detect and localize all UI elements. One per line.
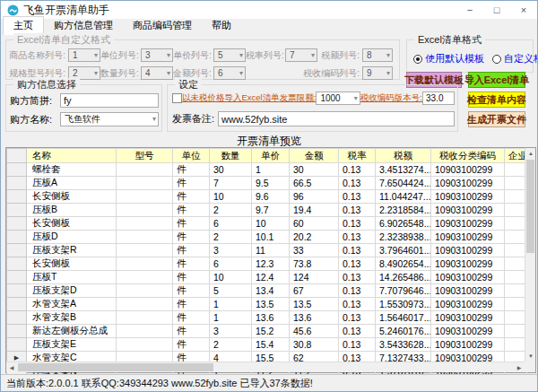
tab-help[interactable]: 帮助 xyxy=(202,17,241,35)
cell-name: 压板A xyxy=(27,177,117,190)
window-controls: − □ × xyxy=(456,1,537,19)
chevron-down-icon: ▾ xyxy=(239,52,243,59)
vertical-scrollbar[interactable]: ▲ ▼ xyxy=(525,148,535,362)
cell-amount: 66.5 xyxy=(290,177,339,190)
cell-price: 12.3 xyxy=(252,257,290,271)
row-selector[interactable] xyxy=(7,231,27,244)
table-row[interactable]: 长安侧板件612.373.80.138.4902654...1090310029… xyxy=(7,257,527,271)
buyer-name-label: 购方名称: xyxy=(10,113,60,126)
cell-tax_rate: 0.13 xyxy=(339,163,376,177)
table-row[interactable]: 螺栓套件301300.133.4513274...10903100299 xyxy=(7,163,527,177)
table-row[interactable]: 新达左侧板分总成件315.245.60.135.2460176...109031… xyxy=(7,325,527,338)
unit-col-combo: 3▾ xyxy=(141,48,173,62)
table-row[interactable]: 压板D件210.120.20.132.3238938...10903100299 xyxy=(7,231,527,244)
chevron-down-icon: ▾ xyxy=(94,52,98,59)
scroll-up-icon[interactable]: ▲ xyxy=(525,148,536,159)
column-header-2[interactable]: 型号 xyxy=(117,149,173,163)
cell-tax_rate: 0.13 xyxy=(339,311,376,325)
cell-name: 压板D xyxy=(27,231,117,244)
row-selector[interactable] xyxy=(7,217,27,231)
close-button[interactable]: × xyxy=(510,1,537,19)
vertical-scroll-thumb[interactable] xyxy=(526,160,534,253)
tax-code-version-label[interactable]: 税收编码版本号: xyxy=(360,92,422,104)
price-col-value: 5 xyxy=(218,50,223,60)
tax-amount-col-label: 税额列号: xyxy=(317,49,362,62)
cell-tax: 11.044247... xyxy=(376,190,431,204)
cell-price: 15.4 xyxy=(252,338,290,352)
cell-price: 9.5 xyxy=(252,177,290,190)
tax-code-version-input[interactable] xyxy=(422,91,455,105)
import-excel-button[interactable]: 导入Excel清单 xyxy=(468,72,525,88)
table-row[interactable]: 压板A件79.566.50.137.6504424...10903100299 xyxy=(7,177,527,190)
cell-company xyxy=(505,231,527,244)
column-header-7[interactable]: 税率 xyxy=(339,149,376,163)
cell-price: 10.1 xyxy=(252,231,290,244)
tab-home[interactable]: 主页 xyxy=(3,16,44,35)
row-selector[interactable] xyxy=(7,325,27,338)
scroll-down-icon[interactable]: ▼ xyxy=(525,351,536,362)
generate-invoice-file-button[interactable]: 生成开票文件 xyxy=(468,111,525,127)
check-list-button[interactable]: 检查清单内容 xyxy=(468,91,525,108)
scroll-left-icon[interactable]: ◀ xyxy=(6,362,17,373)
column-header-3[interactable]: 单位 xyxy=(173,149,210,163)
buyer-name-value: 飞鱼软件 xyxy=(65,113,100,126)
tab-product-code-management[interactable]: 商品编码管理 xyxy=(123,17,202,35)
table-row[interactable]: 水管支架B件113.613.60.131.5646017...109031002… xyxy=(7,311,527,325)
cell-qty: 3 xyxy=(210,244,252,257)
row-selector[interactable] xyxy=(7,271,27,284)
table-row[interactable]: 压板支架R件311330.133.7964601...10903100299 xyxy=(7,244,527,257)
radio-default-template[interactable]: 使用默认模板 xyxy=(413,52,484,65)
row-selector[interactable] xyxy=(7,204,27,217)
table-row[interactable]: 长安侧板件610600.136.9026548...10903100299 xyxy=(7,217,527,231)
buyer-name-select[interactable]: 飞鱼软件 ▾ xyxy=(60,112,159,126)
invoice-limit-label[interactable]: 发票限额: xyxy=(280,92,317,104)
maximize-button[interactable]: □ xyxy=(483,1,510,19)
column-header-1[interactable]: 名称 xyxy=(27,149,117,163)
table-row[interactable]: 水管支架A件113.513.50.131.5530973...109031002… xyxy=(7,298,527,311)
table-row[interactable]: 压板支架D件513.4670.137.7079646...10903100299 xyxy=(7,284,527,298)
row-selector[interactable] xyxy=(7,311,27,325)
tab-buyer-info-management[interactable]: 购方信息管理 xyxy=(44,17,123,35)
row-selector[interactable] xyxy=(7,338,27,352)
excel-format-title: Excel清单格式 xyxy=(414,33,485,47)
column-header-4[interactable]: 数量 xyxy=(210,149,252,163)
invoice-limit-select[interactable]: 1000 ▾ xyxy=(316,91,360,105)
qty-col-value: 4 xyxy=(145,68,151,78)
column-header-9[interactable]: 税收分类编码 xyxy=(431,149,505,163)
row-selector[interactable] xyxy=(7,177,27,190)
row-selector[interactable] xyxy=(7,257,27,271)
row-selector[interactable] xyxy=(7,284,27,298)
invoice-remark-label: 发票备注: xyxy=(172,112,214,126)
table-row[interactable]: 长安侧板件109.6960.1311.044247...10903100299 xyxy=(7,190,527,204)
cell-qty: 30 xyxy=(210,163,252,177)
untaxed-price-checkbox[interactable] xyxy=(172,93,182,103)
column-header-5[interactable]: 单价 xyxy=(252,149,290,163)
table-row[interactable]: 压板T件1012.41240.1314.265486...10903100299 xyxy=(7,271,527,284)
row-selector[interactable] xyxy=(7,298,27,311)
cell-qty: 5 xyxy=(210,284,252,298)
chevron-down-icon: ▾ xyxy=(386,52,390,59)
cell-amount: 73.8 xyxy=(290,257,339,271)
row-selector[interactable] xyxy=(7,163,27,177)
column-header-10[interactable]: 企业名称 xyxy=(505,149,527,163)
untaxed-price-label[interactable]: 以未税价格导入Excel清单 xyxy=(182,92,280,104)
tax-code-col-combo: 9▾ xyxy=(362,66,393,80)
cell-tax_rate: 0.13 xyxy=(339,338,376,352)
cell-name: 水管支架A xyxy=(27,298,117,311)
cell-qty: 2 xyxy=(210,338,252,352)
column-header-8[interactable]: 税额 xyxy=(376,149,431,163)
table-row[interactable]: 压板支架E件215.430.80.133.5433628...109031002… xyxy=(7,338,527,352)
minimize-button[interactable]: − xyxy=(456,1,483,19)
table-row[interactable]: 压板B件29.719.40.132.2318584...10903100299 xyxy=(7,204,527,217)
radio-custom-format[interactable]: 自定义格式 xyxy=(492,52,538,65)
buyer-pinyin-input[interactable] xyxy=(60,93,159,108)
chevron-down-icon: ▾ xyxy=(152,116,156,123)
column-header-6[interactable]: 金额 xyxy=(290,149,339,163)
excel-custom-format-title: Excel清单自定义格式 xyxy=(13,33,114,47)
horizontal-scroll-thumb[interactable] xyxy=(18,363,213,371)
scroll-right-icon[interactable]: ▶ xyxy=(514,362,525,373)
invoice-remark-input[interactable] xyxy=(218,111,455,126)
row-selector[interactable] xyxy=(7,190,27,204)
horizontal-scrollbar[interactable]: ◀ ▶ xyxy=(6,362,525,372)
row-selector[interactable] xyxy=(7,244,27,257)
